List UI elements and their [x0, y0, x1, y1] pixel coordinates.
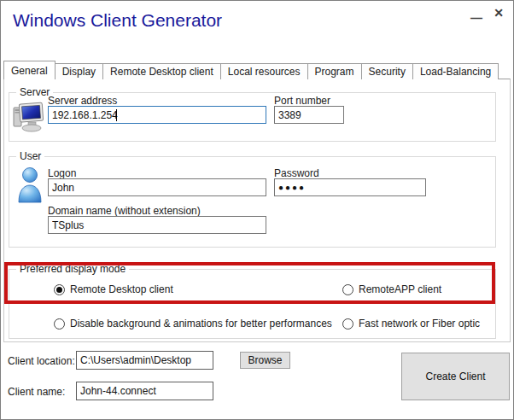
tab-display[interactable]: Display [55, 63, 103, 79]
close-icon[interactable]: ✕ [491, 5, 506, 20]
client-name-input[interactable] [76, 382, 213, 400]
radio-label: Disable background & animations for bett… [70, 318, 332, 330]
radio-button-icon[interactable] [54, 284, 65, 295]
password-input[interactable] [274, 178, 426, 196]
radio-label: RemoteAPP client [359, 283, 441, 295]
tab-security[interactable]: Security [361, 63, 413, 79]
tab-load-balancing[interactable]: Load-Balancing [412, 63, 499, 79]
radio-remote-desktop-client[interactable]: Remote Desktop client [54, 283, 173, 295]
client-name-label: Client name: [8, 386, 65, 398]
logon-input[interactable] [48, 178, 266, 196]
tab-strip: General Display Remote Desktop client Lo… [3, 61, 499, 79]
tab-program[interactable]: Program [307, 63, 362, 79]
radio-label: Remote Desktop client [70, 283, 173, 295]
tab-general[interactable]: General [3, 61, 55, 79]
logon-label: Logon [48, 167, 76, 179]
password-label: Password [274, 167, 319, 179]
port-number-label: Port number [274, 95, 330, 107]
radio-button-icon[interactable] [342, 318, 353, 330]
text-cursor [116, 109, 117, 121]
window-controls: — ✕ [469, 5, 506, 26]
domain-name-label: Domain name (without extension) [48, 205, 201, 217]
client-location-label: Client location: [8, 355, 75, 367]
port-number-input[interactable] [274, 106, 344, 124]
client-location-input[interactable] [76, 351, 213, 370]
create-client-button[interactable]: Create Client [401, 353, 510, 400]
user-icon [15, 166, 45, 206]
browse-button[interactable]: Browse [240, 352, 290, 369]
radio-label: Fast network or Fiber optic [359, 318, 480, 330]
domain-name-input[interactable] [48, 216, 266, 234]
windows-client-generator-dialog: Windows Client Generator — ✕ General Dis… [0, 0, 514, 420]
server-address-input[interactable] [48, 106, 266, 124]
preferred-display-mode-label: Preferred display mode [16, 263, 129, 275]
window-title: Windows Client Generator [13, 10, 222, 31]
radio-fast-network-fiber-optic[interactable]: Fast network or Fiber optic [342, 318, 480, 330]
tab-local-resources[interactable]: Local resources [220, 63, 308, 79]
radio-button-icon[interactable] [342, 284, 353, 295]
tab-remote-desktop-client[interactable]: Remote Desktop client [102, 63, 221, 79]
computer-icon [12, 101, 46, 135]
minimize-icon[interactable]: — [469, 5, 484, 26]
radio-remoteapp-client[interactable]: RemoteAPP client [342, 283, 441, 295]
radio-disable-background-animations[interactable]: Disable background & animations for bett… [54, 318, 332, 330]
radio-button-icon[interactable] [54, 318, 65, 330]
server-address-label: Server address [48, 95, 117, 107]
user-group-label: User [16, 150, 44, 162]
